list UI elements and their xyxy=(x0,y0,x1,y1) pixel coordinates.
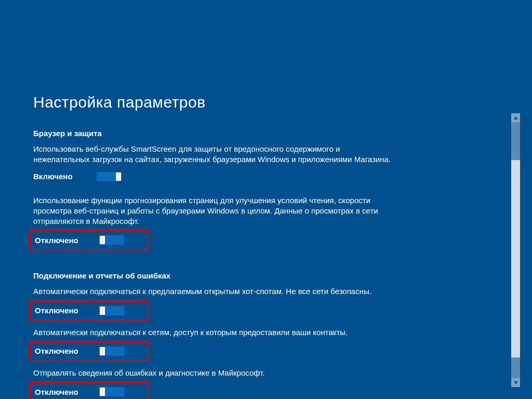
error-report-toggle-label: Отключено xyxy=(35,388,99,396)
smartscreen-toggle-label: Включено xyxy=(33,172,97,181)
page-prediction-toggle-row: Отключено xyxy=(29,230,150,250)
contacts-network-toggle-label: Отключено xyxy=(35,347,99,355)
settings-content: Браузер и защита Использовать веб-службы… xyxy=(33,129,490,399)
contacts-network-desc: Автоматически подключаться к сетям, дост… xyxy=(33,327,397,338)
hotspot-toggle-row: Отключено xyxy=(29,300,150,321)
error-report-desc: Отправлять сведения об ошибках и диагнос… xyxy=(33,368,397,378)
scroll-up-arrow-icon[interactable] xyxy=(511,113,520,122)
vertical-scrollbar[interactable] xyxy=(511,113,520,387)
smartscreen-desc: Использовать веб-службы SmartScreen для … xyxy=(33,144,397,165)
hotspot-desc: Автоматически подключаться к предлагаемы… xyxy=(33,286,397,297)
error-report-toggle-row: Отключено xyxy=(29,381,150,399)
smartscreen-toggle[interactable] xyxy=(97,172,122,181)
error-report-toggle[interactable] xyxy=(99,387,124,396)
contacts-network-toggle-row: Отключено xyxy=(29,341,150,362)
smartscreen-toggle-row: Включено xyxy=(33,170,490,183)
scroll-down-arrow-icon[interactable] xyxy=(511,378,520,387)
toggle-knob xyxy=(100,307,105,315)
scrollbar-thumb[interactable] xyxy=(511,160,520,357)
hotspot-toggle[interactable] xyxy=(99,306,124,315)
page-prediction-toggle[interactable] xyxy=(99,235,124,245)
page-prediction-toggle-label: Отключено xyxy=(35,236,99,245)
section-browser-protection-heading: Браузер и защита xyxy=(33,129,490,138)
toggle-knob xyxy=(100,236,105,244)
page-title: Настройка параметров xyxy=(33,94,206,111)
hotspot-toggle-label: Отключено xyxy=(35,306,99,315)
toggle-knob xyxy=(116,172,121,181)
toggle-knob xyxy=(100,347,105,355)
settings-page: Настройка параметров Браузер и защита Ис… xyxy=(0,0,532,399)
toggle-knob xyxy=(100,388,105,396)
contacts-network-toggle[interactable] xyxy=(99,347,124,356)
page-prediction-desc: Использование функции прогнозирования ст… xyxy=(33,195,397,227)
section-connectivity-errors-heading: Подключение и отчеты об ошибках xyxy=(33,271,490,280)
